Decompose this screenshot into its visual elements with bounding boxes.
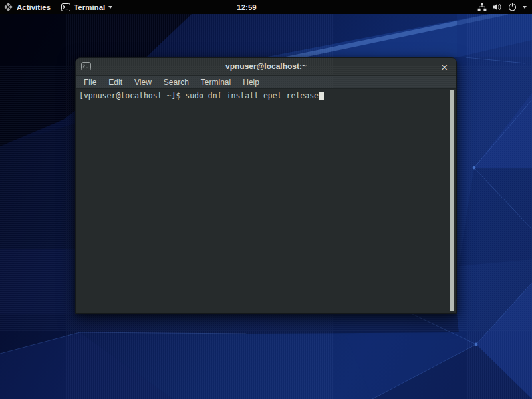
top-bar: Activities Terminal 12:59	[0, 0, 532, 14]
network-wired-icon	[477, 3, 487, 11]
terminal-window: vpnuser@localhost:~ × File Edit View Sea…	[75, 57, 457, 314]
terminal-app-icon	[61, 3, 70, 11]
power-icon	[508, 3, 517, 11]
window-title: vpnuser@localhost:~	[225, 62, 307, 71]
chevron-down-icon	[523, 6, 527, 9]
scrollbar[interactable]	[450, 90, 454, 311]
terminal-content[interactable]: [vpnuser@localhost ~]$ sudo dnf install …	[76, 89, 456, 313]
menu-view[interactable]: View	[128, 76, 158, 88]
titlebar[interactable]: vpnuser@localhost:~ ×	[76, 58, 456, 76]
menu-search[interactable]: Search	[158, 76, 195, 88]
menu-edit[interactable]: Edit	[102, 76, 128, 88]
terminal-line: [vpnuser@localhost ~]$ sudo dnf install …	[76, 89, 456, 101]
text-cursor	[319, 92, 324, 100]
volume-icon	[493, 3, 502, 11]
clock[interactable]: 12:59	[231, 0, 263, 14]
distro-logo-icon	[4, 3, 13, 11]
menu-file[interactable]: File	[78, 76, 102, 88]
activities-button[interactable]: Activities	[0, 0, 56, 14]
menu-help[interactable]: Help	[237, 76, 265, 88]
system-status-area[interactable]	[477, 0, 527, 14]
menu-bar: File Edit View Search Terminal Help	[76, 76, 456, 89]
desktop: Activities Terminal 12:59	[0, 0, 532, 399]
shell-prompt: [vpnuser@localhost ~]$	[79, 91, 185, 100]
app-menu-label: Terminal	[74, 3, 105, 11]
activities-label: Activities	[17, 3, 51, 11]
terminal-icon	[81, 62, 91, 70]
chevron-down-icon	[108, 6, 112, 9]
menu-terminal[interactable]: Terminal	[195, 76, 237, 88]
typed-command: sudo dnf install epel-release	[185, 91, 319, 100]
close-button[interactable]: ×	[438, 58, 450, 76]
app-menu-terminal[interactable]: Terminal	[56, 0, 118, 14]
